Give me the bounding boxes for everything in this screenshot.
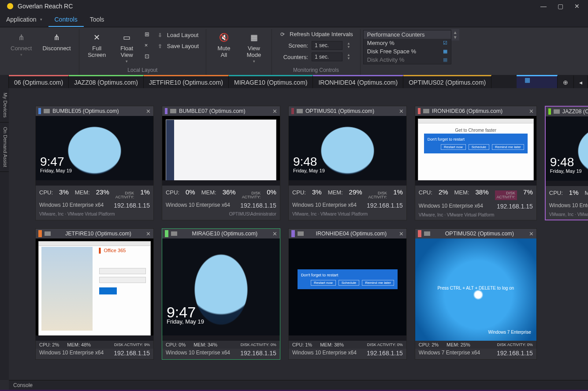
- card-ironhide06[interactable]: IRONHIDE06 (Optimus.com)✕ Get to Chrome …: [415, 106, 537, 220]
- save-layout-button[interactable]: ⇧Save Layout: [155, 42, 201, 50]
- pc-icon: [44, 109, 50, 113]
- check-icon: ☑: [443, 40, 447, 46]
- screen-interval-value[interactable]: 1 sec.: [312, 41, 342, 50]
- close-icon[interactable]: ✕: [272, 231, 277, 237]
- pc-icon: [423, 109, 429, 113]
- connect-icon: ⋔: [18, 32, 25, 43]
- app-title: Goverlan Reach RC: [18, 3, 535, 10]
- perf-memory[interactable]: Memory %☑: [364, 39, 451, 47]
- plus-icon: ⊕: [563, 79, 568, 86]
- save-layout-icon: ⇧: [156, 43, 164, 49]
- mute-all-button[interactable]: 🔇 Mute All: [209, 29, 239, 58]
- tab-06[interactable]: 06 (Optimus.com): [9, 75, 69, 88]
- check-icon: ▦: [443, 48, 447, 54]
- counters-interval: Counters: 1 sec. ▲▼: [277, 52, 355, 61]
- tab-mirage10[interactable]: MIRAGE10 (Optimus.com): [229, 75, 313, 88]
- counters-interval-spin[interactable]: ▲▼: [346, 53, 351, 60]
- perf-disk-free[interactable]: Disk Free Space %▦: [364, 47, 451, 56]
- rail-on-demand-assist[interactable]: On Demand Assist: [0, 123, 9, 172]
- perf-header: Performance Counters: [364, 30, 451, 39]
- close-icon[interactable]: ✕: [529, 231, 534, 237]
- close-icon[interactable]: ✕: [399, 108, 404, 115]
- pc-icon: [297, 109, 303, 113]
- tab-jetfire10[interactable]: JETFIRE10 (Optimus.com): [144, 75, 229, 88]
- load-layout-button[interactable]: ⇩Load Layout: [155, 31, 201, 39]
- layout-icon-3: ⊡: [145, 53, 149, 60]
- close-icon[interactable]: ✕: [399, 231, 404, 237]
- float-view-icon: ▭: [123, 32, 130, 43]
- session-tabs: 06 (Optimus.com) JAZZ08 (Optimus.com) JE…: [9, 75, 588, 88]
- pc-icon: [171, 231, 177, 236]
- close-icon[interactable]: ✕: [272, 108, 277, 115]
- card-ironhide04[interactable]: IRONHIDE04 (Optimus.com)✕ Don't forget t…: [288, 228, 407, 360]
- refresh-icon: ⟳: [279, 31, 286, 37]
- card-mirage10[interactable]: MIRAGE10 (Optimus.com)✕ 9:47Friday, May …: [162, 228, 280, 360]
- float-view-button[interactable]: ▭ Float View ▾: [112, 29, 142, 63]
- disconnect-button[interactable]: ⋔ Disconnect: [37, 29, 76, 52]
- pc-icon: [424, 231, 430, 236]
- card-optimus02[interactable]: OPTIMUS02 (Optimus.com)✕ Press CTRL + AL…: [415, 228, 537, 360]
- fullscreen-button[interactable]: ✕ Full Screen: [82, 29, 112, 58]
- close-icon[interactable]: ✕: [146, 108, 151, 115]
- pc-icon: [298, 231, 304, 236]
- tab-jazz08[interactable]: JAZZ08 (Optimus.com): [69, 75, 144, 88]
- performance-counters-list[interactable]: Performance Counters Memory %☑ Disk Free…: [363, 30, 451, 64]
- check-icon: ▦: [443, 57, 447, 63]
- tab-add[interactable]: ⊕: [558, 75, 574, 88]
- tab-ironhide04[interactable]: IRONHIDE04 (Optimus.com): [313, 75, 403, 88]
- card-jazz08[interactable]: JAZZ08 (Optimus.com)✕ 9:48Friday, May 19…: [545, 106, 588, 220]
- side-rail-stub: [0, 75, 9, 88]
- refresh-intervals-label: ⟳Refresh Udpate Intervals: [277, 30, 355, 38]
- minimize-button[interactable]: —: [535, 1, 552, 11]
- screen-interval: Screen: 1 sec. ▲▼: [277, 41, 355, 50]
- group-local-layout: Local Layout: [82, 67, 203, 75]
- tab-optimus02[interactable]: OPTIMUS02 (Optimus.com): [403, 75, 491, 88]
- pc-icon: [45, 231, 51, 236]
- pc-icon: [554, 109, 560, 114]
- close-icon[interactable]: ✕: [146, 231, 151, 237]
- app-icon: [7, 3, 13, 9]
- view-mode-icon: ▦: [250, 32, 258, 43]
- perf-scrollbar[interactable]: ▲▼: [451, 29, 459, 41]
- tab-scroll-left[interactable]: ◂: [574, 75, 588, 88]
- load-layout-icon: ⇩: [156, 32, 164, 38]
- card-optimus01[interactable]: OPTIMUS01 (Optimus.com)✕ 9:48Friday, May…: [288, 106, 407, 220]
- ribbon: ⋔ Connect ▾ ⋔ Disconnect ✕ Full Screen ▭…: [0, 27, 588, 75]
- left-rails: My Devices On Demand Assist: [0, 88, 9, 380]
- maximize-button[interactable]: ▢: [552, 1, 569, 11]
- fullscreen-icon: ✕: [93, 32, 100, 43]
- card-jetfire10[interactable]: JETFIRE10 (Optimus.com)✕ ▌ Office 365 CP…: [35, 228, 154, 360]
- connect-button[interactable]: ⋔ Connect ▾: [5, 29, 37, 57]
- rail-my-devices[interactable]: My Devices: [0, 88, 9, 123]
- menu-controls[interactable]: Controls: [48, 12, 84, 27]
- mute-icon: 🔇: [219, 32, 229, 43]
- menu-tools[interactable]: Tools: [84, 12, 111, 27]
- group-monitoring: Monitoring Controls: [275, 67, 357, 75]
- menu-application[interactable]: Application▾: [0, 12, 48, 27]
- grid-icon: ▦: [525, 76, 530, 83]
- layout-icon-2: ×: [145, 42, 149, 48]
- card-bumble05[interactable]: BUMBLE05 (Optimus.com)✕ 9:47Friday, May …: [35, 106, 154, 220]
- card-bumble07[interactable]: BUMBLE07 (Optimus.com)✕ CPU:0%MEM:36%DIS…: [162, 106, 280, 220]
- counters-interval-value[interactable]: 1 sec.: [312, 52, 342, 61]
- disconnect-icon: ⋔: [53, 32, 60, 43]
- close-button[interactable]: ✕: [569, 1, 585, 11]
- layout-icon-1: ⊞: [145, 31, 149, 37]
- menu-bar: Application▾ Controls Tools: [0, 12, 588, 27]
- pc-icon: [170, 109, 176, 113]
- close-icon[interactable]: ✕: [529, 108, 534, 115]
- tab-grid-view[interactable]: ▦: [517, 75, 558, 88]
- screen-interval-spin[interactable]: ▲▼: [346, 42, 351, 49]
- console-panel-header[interactable]: Console: [9, 380, 588, 390]
- titlebar: Goverlan Reach RC — ▢ ✕: [0, 0, 588, 12]
- view-mode-button[interactable]: ▦ View Mode ▾: [239, 29, 269, 63]
- perf-disk-activity[interactable]: Disk Activity %▦: [364, 56, 451, 64]
- chevron-left-icon: ◂: [579, 79, 582, 86]
- thumbnail-grid: BUMBLE05 (Optimus.com)✕ 9:47Friday, May …: [9, 88, 588, 380]
